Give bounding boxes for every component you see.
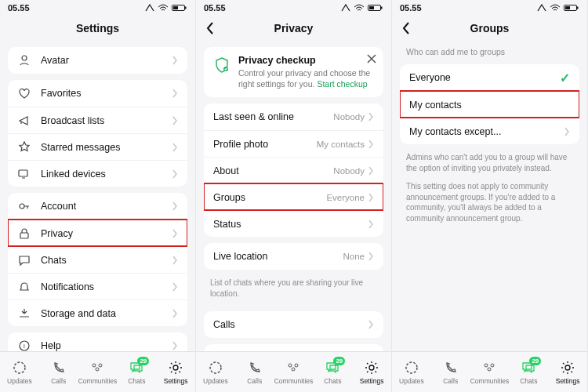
tab-updates[interactable]: Updates	[394, 360, 430, 385]
status-icons	[537, 4, 579, 12]
status-time: 05.55	[8, 3, 30, 13]
chevron-right-icon	[172, 282, 178, 292]
svg-point-11	[93, 364, 96, 367]
row-label: My contacts except...	[409, 126, 564, 137]
row-label: Calls	[213, 319, 368, 330]
chevron-right-icon	[564, 127, 570, 136]
tab-communities[interactable]: Communities	[275, 360, 311, 385]
key-icon	[17, 199, 31, 213]
row-profile-photo[interactable]: Profile photo My contacts	[204, 130, 383, 157]
row-chats[interactable]: Chats	[8, 246, 187, 273]
tab-calls[interactable]: Calls	[433, 360, 469, 385]
chevron-right-icon	[172, 169, 178, 179]
svg-text:i: i	[24, 343, 25, 350]
svg-rect-6	[20, 233, 28, 238]
privacy-checkup-card[interactable]: Privacy checkup Control your privacy and…	[204, 47, 383, 97]
svg-point-22	[292, 368, 295, 371]
page-title: Privacy	[274, 22, 314, 34]
row-privacy[interactable]: Privacy	[8, 220, 187, 246]
updates-icon	[404, 360, 419, 376]
row-about[interactable]: About Nobody	[204, 157, 383, 183]
row-notifications[interactable]: Notifications	[8, 273, 187, 299]
row-last-seen[interactable]: Last seen & online Nobody	[204, 103, 383, 130]
row-avatar[interactable]: Avatar	[8, 47, 187, 74]
svg-point-31	[565, 365, 570, 370]
row-broadcast[interactable]: Broadcast lists	[8, 107, 187, 133]
chats-icon: 29	[521, 360, 536, 376]
gear-icon	[364, 360, 379, 376]
groups-note-2: This setting does not apply to community…	[392, 180, 587, 230]
tab-updates[interactable]: Updates	[198, 360, 234, 385]
avatar-icon	[17, 53, 31, 67]
svg-point-27	[406, 362, 417, 373]
row-option-mycontacts[interactable]: My contacts	[400, 91, 579, 118]
svg-point-20	[289, 364, 292, 367]
chevron-right-icon	[368, 252, 374, 261]
row-label: Help	[41, 340, 172, 351]
tab-settings[interactable]: Settings	[550, 360, 586, 385]
row-label: My contacts	[409, 100, 570, 111]
row-blocked[interactable]: Blocked 8 contacts	[204, 344, 383, 351]
communities-icon	[285, 360, 301, 376]
svg-point-23	[369, 365, 374, 370]
tab-calls[interactable]: Calls	[237, 360, 273, 385]
groups-note-1: Admins who can't add you to a group will…	[392, 151, 587, 180]
tab-chats[interactable]: 29Chats	[118, 360, 154, 385]
chevron-right-icon	[172, 143, 178, 152]
chevron-right-icon	[172, 89, 178, 98]
updates-icon	[208, 360, 223, 376]
groups-list[interactable]: Who can add me to groups Everyone ✓ My c…	[392, 41, 587, 351]
row-linked-devices[interactable]: Linked devices	[8, 160, 187, 187]
tab-updates[interactable]: Updates	[2, 360, 38, 385]
row-label: About	[213, 165, 333, 176]
row-label: Last seen & online	[213, 111, 333, 122]
chevron-right-icon	[368, 166, 374, 176]
help-icon: i	[17, 339, 31, 351]
start-checkup-link[interactable]: Start checkup	[317, 79, 367, 89]
tab-settings[interactable]: Settings	[158, 360, 194, 385]
row-value: My contacts	[317, 140, 365, 149]
row-help[interactable]: i Help	[8, 332, 187, 351]
tab-chats[interactable]: 29Chats	[510, 360, 546, 385]
chevron-right-icon	[368, 320, 374, 329]
row-storage[interactable]: Storage and data	[8, 299, 187, 326]
chats-icon: 29	[129, 360, 144, 376]
screen-settings: 05.55 Settings Avatar Favorites	[0, 0, 196, 392]
row-option-except[interactable]: My contacts except...	[400, 118, 579, 144]
privacy-list[interactable]: Privacy checkup Control your privacy and…	[196, 41, 391, 351]
back-button[interactable]	[398, 20, 414, 36]
tab-calls[interactable]: Calls	[41, 360, 77, 385]
svg-rect-26	[565, 6, 570, 9]
row-account[interactable]: Account	[8, 193, 187, 220]
tab-settings[interactable]: Settings	[354, 360, 390, 385]
svg-rect-2	[173, 6, 178, 9]
row-status[interactable]: Status	[204, 210, 383, 237]
close-icon[interactable]	[366, 53, 377, 64]
row-label: Status	[213, 219, 365, 230]
tab-chats[interactable]: 29Chats	[314, 360, 350, 385]
screen-groups: 05.55 Groups Who can add me to groups Ev…	[392, 0, 588, 392]
chevron-right-icon	[368, 140, 374, 149]
communities-icon	[89, 360, 105, 376]
calls-icon	[51, 360, 67, 376]
row-calls[interactable]: Calls	[204, 311, 383, 338]
row-value: Nobody	[333, 166, 365, 176]
row-groups[interactable]: Groups Everyone	[204, 183, 383, 210]
svg-point-29	[491, 364, 494, 367]
row-starred[interactable]: Starred messages	[8, 133, 187, 160]
checkmark-icon: ✓	[560, 71, 570, 85]
row-live-location[interactable]: Live location None	[204, 243, 383, 270]
header: Groups	[392, 16, 587, 41]
chevron-right-icon	[172, 201, 178, 211]
settings-list[interactable]: Avatar Favorites Broadcast lists Sta	[0, 41, 195, 351]
svg-point-13	[96, 368, 99, 371]
tab-communities[interactable]: Communities	[471, 360, 507, 385]
row-label: Notifications	[41, 281, 172, 292]
row-favorites[interactable]: Favorites	[8, 80, 187, 107]
back-button[interactable]	[202, 20, 218, 36]
row-option-everyone[interactable]: Everyone ✓	[400, 64, 579, 91]
chevron-right-icon	[172, 256, 178, 265]
tab-communities[interactable]: Communities	[79, 360, 115, 385]
status-bar: 05.55	[196, 0, 391, 16]
status-bar: 05.55	[392, 0, 587, 16]
